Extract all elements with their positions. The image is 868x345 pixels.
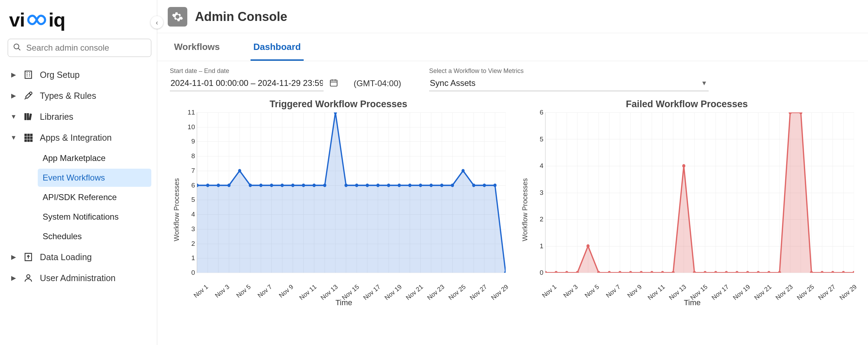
x-tick: Nov 9 bbox=[277, 283, 295, 299]
y-axis-label: Workflow Processes bbox=[171, 112, 182, 307]
svg-rect-17 bbox=[28, 137, 30, 139]
workflow-select-label: Select a Workflow to View Metrics bbox=[429, 67, 709, 75]
svg-rect-13 bbox=[25, 134, 27, 136]
svg-point-135 bbox=[736, 271, 739, 273]
svg-point-138 bbox=[767, 271, 771, 273]
svg-point-121 bbox=[586, 244, 589, 248]
sidebar-subitem-event-workflows[interactable]: Event Workflows bbox=[38, 169, 151, 187]
svg-point-74 bbox=[376, 184, 379, 187]
svg-rect-21 bbox=[30, 140, 32, 142]
sidebar-item-types-rules[interactable]: ▶ Types & Rules bbox=[8, 86, 151, 105]
sidebar-item-org-setup[interactable]: ▶ Org Setup bbox=[8, 65, 151, 84]
svg-point-72 bbox=[355, 184, 358, 187]
y-tick: 6 bbox=[191, 182, 195, 189]
y-tick: 6 bbox=[540, 109, 543, 116]
svg-point-58 bbox=[206, 184, 209, 187]
svg-point-78 bbox=[419, 184, 422, 187]
y-tick: 11 bbox=[188, 109, 195, 116]
svg-rect-16 bbox=[25, 137, 27, 139]
sidebar-subitem-schedules[interactable]: Schedules bbox=[38, 227, 151, 245]
date-range-label: Start date – End date bbox=[170, 67, 340, 75]
search-box[interactable] bbox=[8, 39, 151, 57]
sidebar-item-data-loading[interactable]: ▶ Data Loading bbox=[8, 248, 151, 266]
x-tick: Nov 7 bbox=[256, 283, 274, 299]
tab-dashboard[interactable]: Dashboard bbox=[251, 33, 304, 61]
y-tick: 1 bbox=[540, 242, 543, 250]
svg-point-76 bbox=[398, 184, 401, 187]
tab-workflows[interactable]: Workflows bbox=[171, 33, 223, 61]
sidebar-item-user-admin[interactable]: ▶ User Administration bbox=[8, 269, 151, 287]
date-range-input[interactable] bbox=[170, 76, 324, 91]
svg-point-130 bbox=[682, 164, 685, 168]
svg-rect-11 bbox=[27, 113, 29, 120]
svg-point-81 bbox=[451, 184, 454, 187]
sidebar-subitem-notifications[interactable]: System Notifications bbox=[38, 208, 151, 226]
building-icon bbox=[23, 69, 34, 80]
charts-area: Triggered Workflow ProcessesWorkflow Pro… bbox=[157, 99, 868, 314]
chevron-right-icon: ▶ bbox=[10, 253, 17, 261]
svg-point-136 bbox=[746, 271, 749, 273]
x-tick: Nov 5 bbox=[583, 283, 601, 299]
svg-point-85 bbox=[493, 184, 497, 187]
svg-point-69 bbox=[323, 184, 326, 187]
sidebar-item-libraries[interactable]: ▼ Libraries bbox=[8, 107, 151, 126]
chart-plot[interactable]: 01234567891011 bbox=[197, 112, 506, 273]
y-tick: 0 bbox=[540, 269, 543, 277]
search-input[interactable] bbox=[26, 43, 146, 53]
x-tick: Nov 1 bbox=[541, 283, 558, 299]
infinity-icon bbox=[26, 8, 48, 31]
y-tick: 2 bbox=[191, 240, 195, 248]
collapse-sidebar-button[interactable]: ‹ bbox=[151, 16, 163, 29]
svg-point-145 bbox=[842, 271, 845, 273]
svg-point-82 bbox=[462, 169, 465, 172]
primary-nav: ▶ Org Setup ▶ Types & Rules ▼ Libraries bbox=[8, 65, 151, 287]
svg-point-64 bbox=[270, 184, 273, 187]
svg-point-143 bbox=[820, 271, 824, 273]
y-tick: 5 bbox=[191, 196, 195, 204]
svg-point-137 bbox=[757, 271, 760, 273]
tools-icon bbox=[23, 90, 34, 101]
svg-point-123 bbox=[608, 271, 611, 273]
app-root: ‹ vi iq ▶ Org Setup ▶ bbox=[0, 0, 868, 345]
svg-point-66 bbox=[291, 184, 295, 187]
chart-title: Triggered Workflow Processes bbox=[171, 99, 506, 110]
svg-point-84 bbox=[483, 184, 486, 187]
svg-point-60 bbox=[227, 184, 231, 187]
chevron-right-icon: ▶ bbox=[10, 71, 17, 79]
calendar-icon[interactable] bbox=[328, 77, 340, 91]
chart-triggered: Triggered Workflow ProcessesWorkflow Pro… bbox=[171, 99, 506, 307]
workflow-select-field: Select a Workflow to View Metrics Sync A… bbox=[429, 67, 709, 91]
sidebar-subitem-marketplace[interactable]: App Marketplace bbox=[38, 149, 151, 167]
workflow-select[interactable]: Sync Assets ▼ bbox=[429, 76, 709, 91]
page-title: Admin Console bbox=[195, 9, 287, 24]
apps-subnav: App Marketplace Event Workflows API/SDK … bbox=[8, 149, 151, 245]
svg-point-83 bbox=[472, 184, 475, 187]
sidebar-item-label: Libraries bbox=[40, 112, 73, 122]
brand-text-2: iq bbox=[49, 8, 65, 31]
svg-point-73 bbox=[366, 184, 369, 187]
search-icon bbox=[13, 43, 26, 53]
y-tick: 4 bbox=[540, 162, 543, 170]
date-range-field: Start date – End date bbox=[170, 67, 340, 91]
x-tick: Nov 9 bbox=[626, 283, 643, 299]
chevron-right-icon: ▶ bbox=[10, 92, 17, 100]
svg-point-119 bbox=[565, 271, 568, 273]
svg-point-126 bbox=[640, 271, 643, 273]
y-tick: 1 bbox=[191, 254, 195, 262]
x-tick: Nov 3 bbox=[562, 283, 579, 299]
chevron-down-icon: ▼ bbox=[10, 134, 17, 141]
page-header: Admin Console bbox=[157, 0, 868, 33]
svg-rect-23 bbox=[330, 80, 337, 86]
user-icon bbox=[23, 273, 34, 283]
y-tick: 10 bbox=[188, 123, 195, 131]
sidebar-subitem-api-sdk[interactable]: API/SDK Reference bbox=[38, 188, 151, 206]
sidebar-item-apps-integration[interactable]: ▼ Apps & Integration bbox=[8, 128, 151, 147]
svg-point-118 bbox=[555, 271, 558, 273]
svg-point-65 bbox=[281, 184, 284, 187]
svg-point-128 bbox=[661, 271, 664, 273]
chart-plot[interactable]: 0123456 bbox=[545, 112, 854, 273]
brand-logo: vi iq bbox=[8, 7, 151, 39]
chevron-left-icon: ‹ bbox=[156, 19, 158, 27]
sidebar-item-label: Types & Rules bbox=[40, 91, 96, 101]
filter-bar: Start date – End date (GMT-04:00) Select… bbox=[157, 61, 868, 99]
